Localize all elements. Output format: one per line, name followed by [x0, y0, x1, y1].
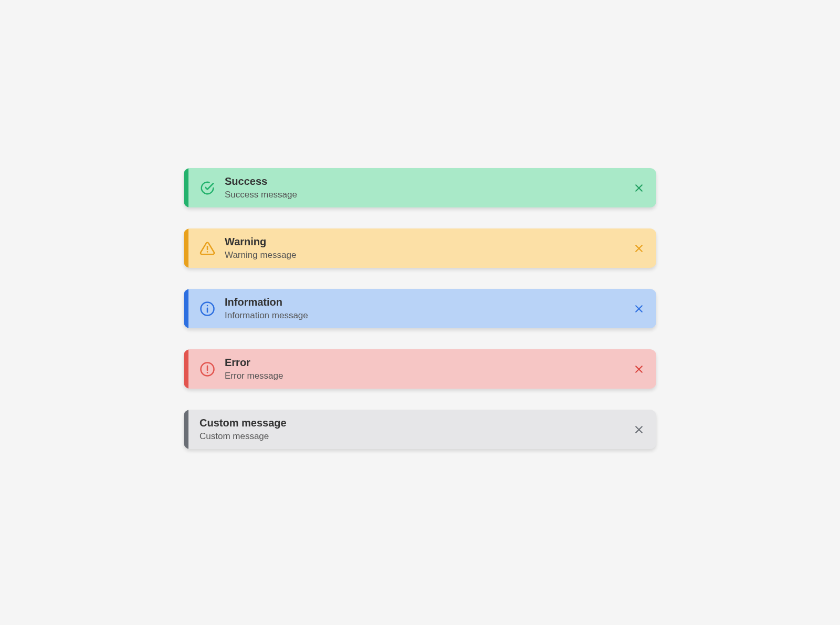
alert-custom: Custom message Custom message: [184, 410, 656, 449]
alert-message: Error message: [225, 371, 632, 381]
alert-title: Error: [225, 357, 632, 369]
alert-error: Error Error message: [184, 349, 656, 389]
close-icon: [634, 364, 644, 374]
alert-message: Information message: [225, 310, 632, 321]
close-icon: [634, 424, 644, 435]
alert-content: Information Information message: [225, 296, 632, 321]
alert-stripe: [184, 168, 188, 207]
close-icon: [634, 304, 644, 314]
alert-message: Warning message: [225, 250, 632, 261]
alert-message: Success message: [225, 190, 632, 200]
close-button[interactable]: [632, 181, 646, 195]
check-circle-icon: [200, 180, 215, 196]
info-circle-icon: [200, 301, 215, 317]
alert-content: Error Error message: [225, 357, 632, 381]
alert-content: Success Success message: [225, 175, 632, 200]
alert-title: Information: [225, 296, 632, 308]
alert-message: Custom message: [200, 431, 632, 442]
close-button[interactable]: [632, 362, 646, 376]
close-button[interactable]: [632, 302, 646, 316]
alert-success: Success Success message: [184, 168, 656, 207]
close-button[interactable]: [632, 423, 646, 436]
alert-title: Custom message: [200, 417, 632, 429]
alert-stripe: [184, 228, 188, 268]
alert-triangle-icon: [200, 241, 215, 256]
alerts-container: Success Success message Warning Warning …: [184, 168, 656, 449]
close-button[interactable]: [632, 242, 646, 255]
close-icon: [634, 243, 644, 254]
alert-content: Custom message Custom message: [200, 417, 632, 442]
alert-title: Warning: [225, 236, 632, 248]
alert-info: Information Information message: [184, 289, 656, 328]
alert-stripe: [184, 349, 188, 389]
alert-stripe: [184, 410, 188, 449]
alert-circle-icon: [200, 361, 215, 377]
alert-stripe: [184, 289, 188, 328]
alert-content: Warning Warning message: [225, 236, 632, 261]
alert-title: Success: [225, 175, 632, 188]
close-icon: [634, 183, 644, 193]
alert-warning: Warning Warning message: [184, 228, 656, 268]
